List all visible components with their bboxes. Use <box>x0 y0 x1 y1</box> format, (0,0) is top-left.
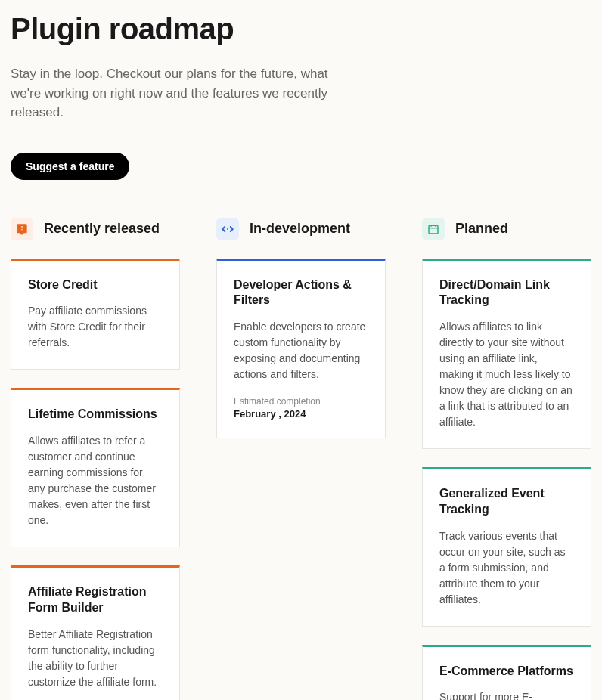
roadmap-card[interactable]: Generalized Event Tracking Track various… <box>422 467 591 627</box>
card-desc: Better Affiliate Registration form funct… <box>28 627 163 690</box>
calendar-icon <box>422 218 445 240</box>
column-title: In-development <box>250 221 350 237</box>
page-title: Plugin roadmap <box>11 12 591 46</box>
column-planned: Planned Direct/Domain Link Tracking Allo… <box>422 218 591 701</box>
card-desc: Pay affiliate commissions with Store Cre… <box>28 303 163 351</box>
roadmap-columns: Recently released Store Credit Pay affil… <box>11 218 591 701</box>
roadmap-card[interactable]: Lifetime Commissions Allows affiliates t… <box>11 388 180 547</box>
svg-point-0 <box>227 228 228 230</box>
card-title: Store Credit <box>28 277 163 293</box>
card-desc: Support for more E-Commerce platforms su… <box>439 689 574 700</box>
card-title: Developer Actions & Filters <box>234 277 368 309</box>
roadmap-card[interactable]: Affiliate Registration Form Builder Bett… <box>11 565 180 700</box>
roadmap-card[interactable]: E-Commerce Platforms Support for more E-… <box>422 645 591 700</box>
page-header: Plugin roadmap Stay in the loop. Checkou… <box>11 0 591 218</box>
page-subtitle: Stay in the loop. Checkout our plans for… <box>11 64 343 122</box>
column-header: Recently released <box>11 218 180 240</box>
column-in-development: In-development Developer Actions & Filte… <box>216 218 386 701</box>
card-desc: Allows affiliates to link directly to yo… <box>439 319 574 430</box>
card-title: Lifetime Commissions <box>28 407 163 423</box>
card-title: Affiliate Registration Form Builder <box>28 584 163 616</box>
column-title: Planned <box>455 221 508 237</box>
column-header: In-development <box>216 218 386 240</box>
card-title: Direct/Domain Link Tracking <box>439 277 574 309</box>
card-title: Generalized Event Tracking <box>439 486 574 518</box>
card-desc: Enable developers to create custom funct… <box>234 319 368 383</box>
card-desc: Track various events that occur on your … <box>439 528 574 608</box>
card-eta-value: February , 2024 <box>234 408 368 420</box>
card-desc: Allows affiliates to refer a customer an… <box>28 433 163 528</box>
svg-rect-1 <box>429 225 438 234</box>
roadmap-card[interactable]: Store Credit Pay affiliate commissions w… <box>11 259 180 370</box>
column-recently-released: Recently released Store Credit Pay affil… <box>11 218 180 701</box>
suggest-feature-button[interactable]: Suggest a feature <box>11 153 129 180</box>
announcement-icon <box>11 218 33 240</box>
card-eta-label: Estimated completion <box>234 396 368 407</box>
card-title: E-Commerce Platforms <box>439 664 574 680</box>
column-header: Planned <box>422 218 591 240</box>
code-icon <box>216 218 239 240</box>
column-title: Recently released <box>44 221 160 237</box>
roadmap-card[interactable]: Direct/Domain Link Tracking Allows affil… <box>422 259 591 450</box>
roadmap-card[interactable]: Developer Actions & Filters Enable devel… <box>216 259 386 439</box>
